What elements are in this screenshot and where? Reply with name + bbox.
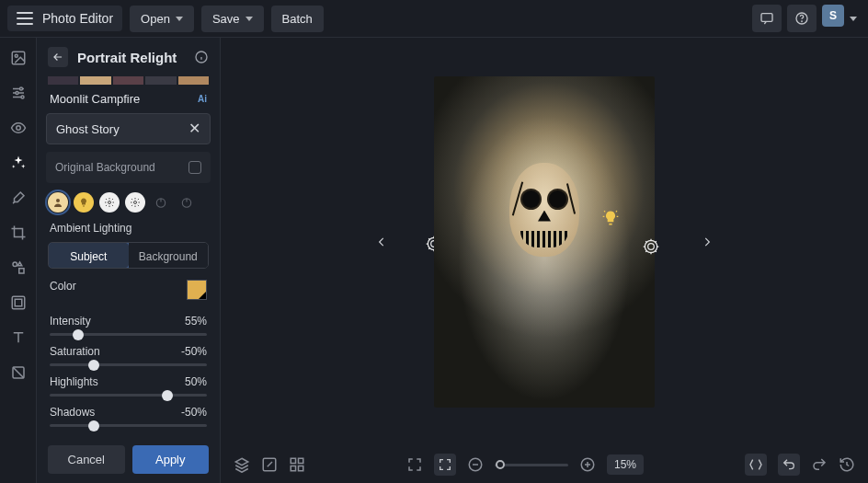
canvas-image[interactable] (434, 76, 655, 408)
light-source-row (37, 192, 220, 222)
layers-icon[interactable] (234, 456, 250, 473)
zoom-value: 15% (607, 454, 644, 475)
active-preset-chip: Ghost Story ✕ (46, 113, 211, 144)
apply-button[interactable]: Apply (132, 445, 210, 474)
caret-down-icon (176, 17, 183, 21)
info-icon[interactable] (194, 50, 209, 64)
canvas-bulb-icon[interactable] (601, 209, 620, 227)
rail-brush-icon[interactable] (9, 189, 28, 207)
rail-frame-icon[interactable] (9, 293, 28, 312)
chat-icon (760, 11, 774, 26)
svg-rect-3 (12, 52, 25, 64)
segment-subject[interactable]: Subject (48, 242, 130, 269)
subject-background-segment: Subject Background (48, 242, 209, 269)
rail-sliders-icon[interactable] (9, 84, 28, 102)
svg-point-5 (19, 87, 22, 90)
svg-rect-26 (299, 458, 303, 463)
svg-rect-10 (18, 269, 23, 273)
compare-icon[interactable] (745, 454, 767, 476)
svg-rect-25 (291, 458, 295, 463)
saturation-slider[interactable] (50, 363, 207, 366)
svg-point-6 (16, 92, 18, 95)
highlights-label: Highlights (50, 375, 98, 388)
power-toggle-1[interactable] (151, 192, 171, 213)
rail-eye-icon[interactable] (9, 119, 28, 137)
saturation-value: -50% (181, 345, 207, 358)
subject-light-icon[interactable] (48, 192, 68, 213)
svg-point-4 (15, 54, 17, 57)
hamburger-icon[interactable] (17, 12, 33, 25)
rail-eraser-icon[interactable] (9, 363, 28, 382)
preset-name: Moonlit Campfire (50, 92, 140, 106)
svg-point-2 (802, 21, 803, 22)
bottom-bar: 15% (221, 446, 868, 483)
bulb-light-icon[interactable] (74, 192, 94, 213)
chevron-left-icon (375, 233, 388, 251)
undo-icon[interactable] (778, 454, 800, 476)
rail-image-icon[interactable] (9, 49, 28, 67)
shadows-label: Shadows (50, 406, 95, 419)
power-toggle-2[interactable] (177, 192, 197, 213)
color-swatch[interactable] (187, 280, 207, 300)
svg-rect-12 (15, 299, 22, 306)
svg-point-22 (648, 244, 655, 250)
save-button[interactable]: Save (201, 6, 264, 32)
user-menu-caret-icon[interactable] (850, 17, 857, 21)
svg-point-8 (16, 126, 20, 131)
saturation-label: Saturation (50, 345, 100, 358)
grid-icon[interactable] (289, 456, 305, 473)
rail-text-icon[interactable] (9, 328, 28, 347)
original-background-row: Original Background (46, 152, 211, 183)
svg-point-9 (13, 262, 17, 267)
intensity-slider[interactable] (50, 333, 207, 336)
svg-rect-28 (299, 466, 303, 471)
previous-image-button[interactable] (368, 225, 395, 259)
zoom-slider[interactable] (495, 464, 568, 466)
caret-down-icon (246, 17, 253, 21)
svg-rect-0 (761, 14, 772, 22)
redo-icon[interactable] (811, 456, 828, 473)
ai-badge: Ai (198, 94, 207, 104)
feedback-button[interactable] (752, 5, 782, 32)
svg-point-16 (108, 201, 111, 204)
help-icon (794, 11, 809, 26)
rail-sparkle-icon[interactable] (9, 154, 28, 172)
zoom-out-icon[interactable] (467, 456, 484, 473)
svg-point-7 (21, 96, 24, 98)
canvas-stage: 15% (221, 38, 868, 483)
original-background-label: Original Background (55, 161, 155, 174)
highlights-value: 50% (185, 375, 207, 388)
user-avatar[interactable]: S (822, 5, 844, 27)
back-button[interactable] (48, 47, 68, 67)
help-button[interactable] (787, 5, 817, 32)
batch-button[interactable]: Batch (271, 6, 324, 32)
tool-rail (0, 38, 37, 483)
shadows-value: -50% (181, 406, 207, 419)
color-label: Color (50, 280, 76, 300)
intensity-label: Intensity (50, 315, 91, 328)
next-image-button[interactable] (693, 225, 721, 259)
highlights-slider[interactable] (50, 394, 207, 397)
original-background-checkbox[interactable] (188, 161, 201, 174)
segment-background[interactable]: Background (129, 243, 209, 268)
history-icon[interactable] (839, 456, 855, 473)
chevron-right-icon (701, 233, 714, 251)
rail-crop-icon[interactable] (9, 224, 28, 242)
svg-point-15 (56, 199, 60, 202)
gear-light-1-icon[interactable] (99, 192, 120, 213)
zoom-in-icon[interactable] (579, 456, 596, 473)
cancel-button[interactable]: Cancel (48, 445, 125, 474)
rail-shapes-icon[interactable] (9, 259, 28, 277)
relight-panel: Portrait Relight Moonlit Campfire Ai Gho… (37, 38, 221, 483)
preset-thumbnails[interactable] (48, 76, 209, 85)
edit-icon[interactable] (261, 456, 278, 473)
shadows-slider[interactable] (50, 424, 207, 427)
canvas-gear-right-icon[interactable] (642, 237, 660, 256)
svg-point-17 (134, 201, 137, 204)
ambient-lighting-label: Ambient Lighting (37, 222, 220, 242)
open-button[interactable]: Open (130, 6, 194, 32)
actual-size-icon[interactable] (434, 454, 456, 476)
fit-screen-icon[interactable] (406, 456, 423, 473)
clear-preset-button[interactable]: ✕ (188, 121, 200, 136)
gear-light-2-icon[interactable] (125, 192, 145, 213)
